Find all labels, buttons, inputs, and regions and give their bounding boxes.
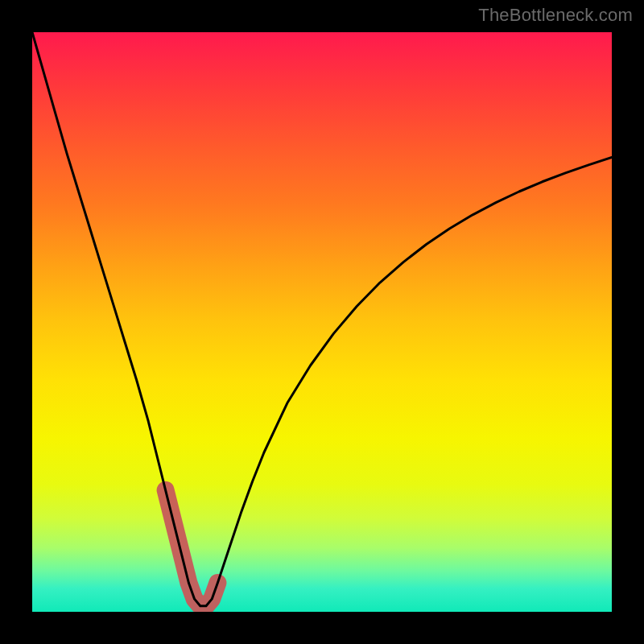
bottleneck-curve <box>32 32 612 606</box>
watermark-text: TheBottleneck.com <box>478 5 633 26</box>
chart-frame: TheBottleneck.com <box>0 0 644 644</box>
plot-area <box>32 32 612 612</box>
curve-layer <box>32 32 612 612</box>
